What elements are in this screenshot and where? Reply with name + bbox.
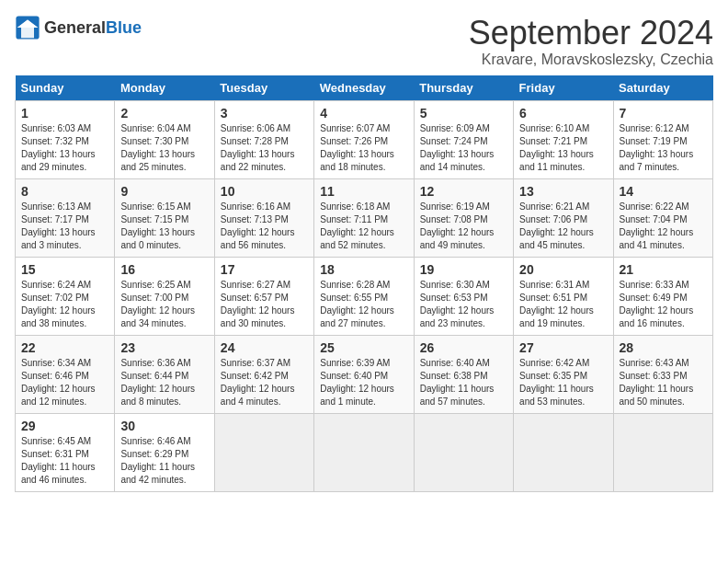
empty-cell bbox=[314, 413, 414, 491]
empty-cell bbox=[214, 413, 313, 491]
day-cell: 22Sunrise: 6:34 AMSunset: 6:46 PMDayligh… bbox=[16, 335, 115, 413]
day-cell: 6Sunrise: 6:10 AMSunset: 7:21 PMDaylight… bbox=[514, 100, 613, 178]
logo-blue: Blue bbox=[106, 18, 142, 38]
logo-general: General bbox=[44, 18, 106, 38]
day-cell: 7Sunrise: 6:12 AMSunset: 7:19 PMDaylight… bbox=[613, 100, 712, 178]
calendar-row: 15Sunrise: 6:24 AMSunset: 7:02 PMDayligh… bbox=[16, 257, 713, 335]
day-cell: 12Sunrise: 6:19 AMSunset: 7:08 PMDayligh… bbox=[414, 178, 513, 257]
day-cell: 27Sunrise: 6:42 AMSunset: 6:35 PMDayligh… bbox=[514, 335, 613, 413]
day-cell: 2Sunrise: 6:04 AMSunset: 7:30 PMDaylight… bbox=[115, 100, 214, 178]
day-cell: 26Sunrise: 6:40 AMSunset: 6:38 PMDayligh… bbox=[414, 335, 513, 413]
col-friday: Friday bbox=[514, 75, 613, 101]
day-cell: 14Sunrise: 6:22 AMSunset: 7:04 PMDayligh… bbox=[613, 178, 712, 257]
calendar-row: 8Sunrise: 6:13 AMSunset: 7:17 PMDaylight… bbox=[16, 178, 713, 257]
day-cell: 1Sunrise: 6:03 AMSunset: 7:32 PMDaylight… bbox=[16, 100, 115, 178]
day-cell: 13Sunrise: 6:21 AMSunset: 7:06 PMDayligh… bbox=[514, 178, 613, 257]
title-block: September 2024 Kravare, Moravskoslezsky,… bbox=[469, 15, 713, 68]
logo-icon bbox=[15, 15, 40, 40]
day-cell: 10Sunrise: 6:16 AMSunset: 7:13 PMDayligh… bbox=[214, 178, 313, 257]
location-title: Kravare, Moravskoslezsky, Czechia bbox=[469, 52, 713, 68]
day-cell: 24Sunrise: 6:37 AMSunset: 6:42 PMDayligh… bbox=[214, 335, 313, 413]
day-cell: 25Sunrise: 6:39 AMSunset: 6:40 PMDayligh… bbox=[314, 335, 414, 413]
day-cell: 30Sunrise: 6:46 AMSunset: 6:29 PMDayligh… bbox=[115, 413, 214, 491]
day-cell: 19Sunrise: 6:30 AMSunset: 6:53 PMDayligh… bbox=[414, 257, 513, 335]
day-cell: 20Sunrise: 6:31 AMSunset: 6:51 PMDayligh… bbox=[514, 257, 613, 335]
logo: General Blue bbox=[15, 15, 142, 40]
calendar-row: 29Sunrise: 6:45 AMSunset: 6:31 PMDayligh… bbox=[16, 413, 713, 491]
day-cell: 11Sunrise: 6:18 AMSunset: 7:11 PMDayligh… bbox=[314, 178, 414, 257]
day-cell: 9Sunrise: 6:15 AMSunset: 7:15 PMDaylight… bbox=[115, 178, 214, 257]
calendar-row: 22Sunrise: 6:34 AMSunset: 6:46 PMDayligh… bbox=[16, 335, 713, 413]
header-row: Sunday Monday Tuesday Wednesday Thursday… bbox=[16, 75, 713, 101]
calendar-table: Sunday Monday Tuesday Wednesday Thursday… bbox=[15, 75, 713, 492]
day-cell: 4Sunrise: 6:07 AMSunset: 7:26 PMDaylight… bbox=[314, 100, 414, 178]
day-cell: 29Sunrise: 6:45 AMSunset: 6:31 PMDayligh… bbox=[16, 413, 115, 491]
day-cell: 8Sunrise: 6:13 AMSunset: 7:17 PMDaylight… bbox=[16, 178, 115, 257]
day-cell: 23Sunrise: 6:36 AMSunset: 6:44 PMDayligh… bbox=[115, 335, 214, 413]
calendar-row: 1Sunrise: 6:03 AMSunset: 7:32 PMDaylight… bbox=[16, 100, 713, 178]
day-cell: 15Sunrise: 6:24 AMSunset: 7:02 PMDayligh… bbox=[16, 257, 115, 335]
col-tuesday: Tuesday bbox=[214, 75, 313, 101]
col-monday: Monday bbox=[115, 75, 214, 101]
page-header: General Blue September 2024 Kravare, Mor… bbox=[15, 15, 713, 68]
day-cell: 21Sunrise: 6:33 AMSunset: 6:49 PMDayligh… bbox=[613, 257, 712, 335]
col-wednesday: Wednesday bbox=[314, 75, 414, 101]
col-thursday: Thursday bbox=[414, 75, 513, 101]
day-cell: 17Sunrise: 6:27 AMSunset: 6:57 PMDayligh… bbox=[214, 257, 313, 335]
col-saturday: Saturday bbox=[613, 75, 712, 101]
day-cell: 5Sunrise: 6:09 AMSunset: 7:24 PMDaylight… bbox=[414, 100, 513, 178]
empty-cell bbox=[414, 413, 513, 491]
day-cell: 18Sunrise: 6:28 AMSunset: 6:55 PMDayligh… bbox=[314, 257, 414, 335]
day-cell: 3Sunrise: 6:06 AMSunset: 7:28 PMDaylight… bbox=[214, 100, 313, 178]
month-title: September 2024 bbox=[469, 15, 713, 52]
col-sunday: Sunday bbox=[16, 75, 115, 101]
empty-cell bbox=[514, 413, 613, 491]
empty-cell bbox=[613, 413, 712, 491]
day-cell: 28Sunrise: 6:43 AMSunset: 6:33 PMDayligh… bbox=[613, 335, 712, 413]
day-cell: 16Sunrise: 6:25 AMSunset: 7:00 PMDayligh… bbox=[115, 257, 214, 335]
logo-text: General Blue bbox=[44, 18, 142, 38]
